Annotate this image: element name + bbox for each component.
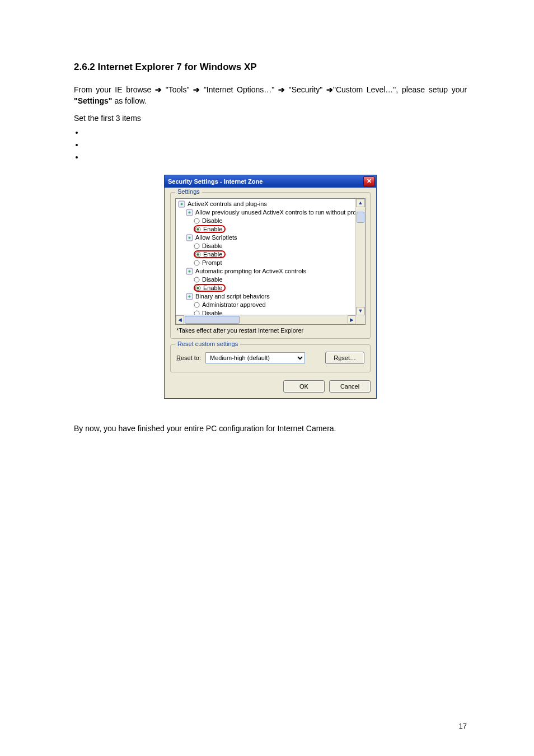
tree-group: Automatic prompting for ActiveX controls bbox=[178, 267, 366, 276]
svg-point-17 bbox=[196, 287, 199, 290]
tree-option[interactable]: Disable bbox=[178, 276, 366, 284]
tree-group-label: Allow Scriptlets bbox=[195, 234, 237, 241]
tree-group: Binary and script behaviors bbox=[178, 292, 366, 301]
activex-icon bbox=[186, 268, 193, 275]
option-label: Enable bbox=[203, 284, 222, 291]
intro-paragraph: From your IE browse ➔ "Tools" ➔ "Interne… bbox=[74, 84, 467, 107]
tree-category-label: ActiveX controls and plug-ins bbox=[188, 200, 267, 207]
reset-level-select[interactable]: Medium-high (default) bbox=[205, 352, 305, 363]
tree-option[interactable]: Enable bbox=[178, 250, 366, 259]
intro-step: "Tools" bbox=[166, 85, 190, 94]
tree-group-label: Binary and script behaviors bbox=[195, 293, 270, 300]
tree-option[interactable]: Disable bbox=[178, 217, 366, 225]
bullet-item bbox=[84, 128, 467, 141]
ok-button[interactable]: OK bbox=[283, 380, 325, 393]
option-label: Disable bbox=[202, 276, 223, 283]
highlight-circle: Enable bbox=[194, 250, 226, 258]
bullet-item bbox=[84, 141, 467, 153]
close-icon: ✕ bbox=[367, 178, 372, 184]
arrow-icon: ➔ bbox=[193, 84, 200, 95]
bullet-item bbox=[84, 153, 467, 165]
activex-icon bbox=[186, 209, 193, 216]
page-number: 17 bbox=[459, 722, 467, 730]
tree-option[interactable]: Prompt bbox=[178, 259, 366, 267]
tree-category: ActiveX controls and plug-ins bbox=[178, 200, 366, 208]
reset-to-label: Reset to: bbox=[176, 354, 201, 361]
option-label: Enable bbox=[203, 226, 222, 232]
scroll-left-icon[interactable]: ◀ bbox=[176, 315, 184, 324]
option-label: Enable bbox=[203, 251, 222, 258]
radio-unselected-icon bbox=[194, 218, 200, 224]
reset-row: Reset to: Medium-high (default) Reset… bbox=[176, 352, 364, 364]
radio-unselected-icon bbox=[194, 302, 200, 308]
option-label: Administrator approved bbox=[202, 301, 266, 308]
svg-point-12 bbox=[194, 260, 199, 265]
radio-unselected-icon bbox=[194, 243, 200, 249]
document-page: 2.6.2 Internet Explorer 7 for Windows XP… bbox=[0, 0, 534, 756]
tree-group: Allow previously unused ActiveX controls… bbox=[178, 208, 366, 217]
close-button[interactable]: ✕ bbox=[363, 176, 374, 186]
arrow-icon: ➔ bbox=[155, 84, 162, 95]
closing-paragraph: By now, you have finished your entire PC… bbox=[74, 424, 467, 433]
radio-selected-icon bbox=[195, 285, 201, 291]
bullet-list bbox=[74, 128, 467, 165]
activex-icon bbox=[178, 200, 185, 208]
svg-point-6 bbox=[196, 228, 199, 231]
dialog-button-row: OK Cancel bbox=[170, 380, 371, 393]
tree-option[interactable]: Enable bbox=[178, 284, 366, 292]
tree-option[interactable]: Enable bbox=[178, 225, 366, 234]
tree-option[interactable]: Administrator approved bbox=[178, 301, 366, 309]
arrow-icon: ➔ bbox=[326, 84, 333, 95]
svg-point-14 bbox=[189, 270, 191, 272]
intro-step: "Security" bbox=[289, 85, 323, 94]
intro-tail: as follow. bbox=[113, 96, 147, 105]
intro-prefix: From your IE browse bbox=[74, 85, 155, 94]
horizontal-scrollbar[interactable]: ◀ ▶ bbox=[176, 315, 356, 324]
scroll-up-icon[interactable]: ▲ bbox=[356, 199, 365, 207]
reset-groupbox: Reset custom settings Reset to: Medium-h… bbox=[170, 344, 371, 372]
intro-step: "Internet Options…" bbox=[204, 85, 274, 94]
section-heading: 2.6.2 Internet Explorer 7 for Windows XP bbox=[74, 62, 467, 73]
cancel-button[interactable]: Cancel bbox=[329, 380, 371, 393]
radio-unselected-icon bbox=[194, 260, 200, 266]
dialog-title: Security Settings - Internet Zone bbox=[168, 178, 263, 185]
highlight-circle: Enable bbox=[194, 225, 226, 233]
scroll-down-icon[interactable]: ▼ bbox=[356, 307, 365, 315]
svg-point-15 bbox=[194, 277, 199, 282]
svg-point-1 bbox=[181, 203, 183, 205]
dialog-titlebar[interactable]: Security Settings - Internet Zone ✕ bbox=[165, 175, 376, 188]
dialog-body: Settings ActiveX controls and plug-ins A… bbox=[165, 188, 376, 398]
svg-point-3 bbox=[189, 211, 191, 213]
scroll-right-icon[interactable]: ▶ bbox=[348, 315, 356, 324]
highlight-circle: Enable bbox=[194, 284, 226, 292]
svg-point-8 bbox=[189, 236, 191, 239]
tree-option[interactable]: Disable bbox=[178, 242, 366, 250]
tree-group: Allow Scriptlets bbox=[178, 234, 366, 242]
tree-content: ActiveX controls and plug-ins Allow prev… bbox=[176, 199, 366, 325]
scroll-thumb[interactable] bbox=[185, 316, 240, 324]
security-settings-dialog: Security Settings - Internet Zone ✕ Sett… bbox=[165, 175, 376, 398]
radio-unselected-icon bbox=[194, 277, 200, 283]
settings-legend: Settings bbox=[175, 188, 202, 195]
option-label: Prompt bbox=[202, 259, 222, 266]
svg-point-11 bbox=[196, 253, 199, 256]
svg-point-9 bbox=[194, 244, 199, 249]
reset-button[interactable]: Reset… bbox=[325, 352, 364, 364]
vertical-scrollbar[interactable]: ▲ ▼ bbox=[355, 199, 365, 315]
scroll-thumb[interactable] bbox=[357, 212, 364, 223]
radio-selected-icon bbox=[195, 226, 201, 232]
set-first-3: Set the first 3 items bbox=[74, 114, 467, 123]
intro-settings-word: "Settings" bbox=[74, 96, 113, 105]
settings-tree[interactable]: ActiveX controls and plug-ins Allow prev… bbox=[175, 198, 366, 325]
settings-groupbox: Settings ActiveX controls and plug-ins A… bbox=[170, 192, 371, 339]
svg-point-19 bbox=[189, 295, 191, 297]
activex-icon bbox=[186, 293, 193, 300]
tree-group-label: Allow previously unused ActiveX controls… bbox=[195, 209, 362, 216]
tree-group-label: Automatic prompting for ActiveX controls bbox=[195, 268, 306, 274]
intro-suffix: please setup your bbox=[402, 85, 467, 94]
scroll-corner bbox=[355, 315, 365, 324]
activex-icon bbox=[186, 234, 193, 241]
radio-selected-icon bbox=[195, 251, 201, 258]
svg-point-4 bbox=[194, 218, 199, 223]
svg-point-20 bbox=[194, 302, 199, 307]
